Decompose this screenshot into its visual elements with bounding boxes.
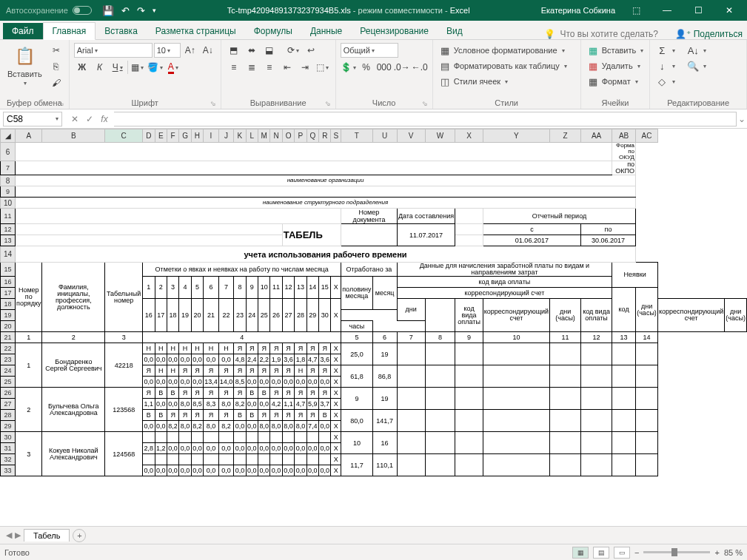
row-header[interactable]: 22 — [1, 343, 16, 354]
row-header[interactable]: 11 — [1, 209, 16, 224]
dec-decimal-button[interactable]: ←.0 — [412, 60, 428, 75]
autosum-button[interactable]: Σ▾ A↓▾ — [654, 43, 708, 58]
align-bottom-button[interactable]: ⬓ — [261, 43, 278, 58]
font-name-combo[interactable]: Arial▾ — [74, 43, 153, 58]
row-header[interactable]: 20 — [1, 321, 16, 332]
cell-styles-button[interactable]: ◫Стили ячеек▾ — [438, 74, 509, 89]
col-header[interactable]: L — [246, 129, 258, 143]
row-header[interactable]: 14 — [1, 246, 16, 263]
row-header[interactable]: 24 — [1, 365, 16, 377]
merge-button[interactable]: ⬚▾ — [315, 60, 331, 75]
worksheet-area[interactable]: ◢ A B C D E F G H I J K L M N O P Q R S … — [0, 129, 747, 526]
col-header[interactable]: X — [455, 129, 483, 143]
row-header[interactable]: 27 — [1, 399, 16, 410]
col-header[interactable]: C — [105, 129, 143, 143]
row-header[interactable]: 7 — [1, 161, 16, 175]
cancel-formula-icon[interactable]: ✕ — [68, 114, 81, 124]
col-header[interactable]: N — [270, 129, 282, 143]
align-center-button[interactable]: ≣ — [244, 60, 260, 75]
col-header[interactable]: M — [258, 129, 270, 143]
indent-inc-button[interactable]: ⇥ — [297, 60, 313, 75]
save-icon[interactable]: 💾 — [102, 5, 114, 16]
copy-button[interactable]: ⎘ — [48, 59, 64, 74]
row-header[interactable]: 28 — [1, 410, 16, 421]
delete-cells-button[interactable]: ▦Удалить▾ — [586, 58, 642, 73]
undo-icon[interactable]: ↶ — [121, 5, 130, 16]
col-header[interactable]: Q — [306, 129, 318, 143]
tab-prev-icon[interactable]: ◀ — [6, 530, 12, 540]
tab-review[interactable]: Рецензирование — [351, 23, 438, 39]
decrease-font-button[interactable]: A↓ — [200, 43, 216, 58]
col-header[interactable]: V — [397, 129, 425, 143]
tab-insert[interactable]: Вставка — [96, 23, 147, 39]
col-header[interactable]: U — [372, 129, 397, 143]
zoom-in-button[interactable]: + — [714, 548, 719, 557]
clear-button[interactable]: ◇▾ — [654, 74, 677, 89]
row-header[interactable]: 18 — [1, 299, 16, 310]
col-header[interactable]: B — [42, 129, 105, 143]
percent-button[interactable]: % — [358, 60, 375, 75]
row-header[interactable]: 21 — [1, 332, 16, 343]
close-icon[interactable]: ✕ — [714, 0, 744, 21]
align-right-button[interactable]: ≡ — [261, 60, 278, 75]
select-all-button[interactable]: ◢ — [1, 129, 16, 143]
col-header[interactable]: A — [16, 129, 42, 143]
col-header[interactable]: Y — [483, 129, 549, 143]
share-button[interactable]: 👤⁺ Поделиться — [675, 29, 743, 39]
zoom-out-button[interactable]: − — [634, 548, 639, 557]
zoom-level[interactable]: 85 % — [724, 548, 743, 557]
number-format-combo[interactable]: Общий▾ — [341, 43, 398, 58]
redo-icon[interactable]: ↷ — [137, 5, 145, 16]
underline-button[interactable]: Ч▾ — [110, 60, 126, 75]
fx-icon[interactable]: fx — [98, 114, 111, 124]
fill-button[interactable]: ↓▾ 🔍▾ — [654, 58, 708, 73]
bold-button[interactable]: Ж — [74, 60, 90, 75]
col-header[interactable]: R — [319, 129, 331, 143]
row-header[interactable]: 23 — [1, 354, 16, 365]
col-header[interactable]: S — [331, 129, 341, 143]
row-header[interactable]: 13 — [1, 235, 16, 246]
col-header[interactable]: AC — [636, 129, 658, 143]
dialog-launcher-icon[interactable]: ⬂ — [210, 100, 216, 107]
inc-decimal-button[interactable]: .0→ — [394, 60, 410, 75]
tab-formulas[interactable]: Формулы — [245, 23, 301, 39]
col-header[interactable]: P — [295, 129, 306, 143]
dialog-launcher-icon[interactable]: ⬂ — [422, 100, 428, 107]
add-sheet-button[interactable]: + — [73, 529, 86, 542]
row-header[interactable]: 15 — [1, 263, 16, 277]
border-button[interactable]: ▦▾ — [130, 60, 146, 75]
tab-layout[interactable]: Разметка страницы — [147, 23, 245, 39]
row-header[interactable]: 9 — [1, 186, 16, 198]
row-header[interactable]: 25 — [1, 377, 16, 388]
row-header[interactable]: 30 — [1, 432, 16, 443]
paste-button[interactable]: 📋 Вставить ▾ — [4, 43, 45, 88]
autosave-toggle[interactable] — [73, 6, 92, 15]
tab-home[interactable]: Главная — [43, 22, 96, 40]
worksheet-grid[interactable]: ◢ A B C D E F G H I J K L M N O P Q R S … — [0, 129, 747, 476]
col-header[interactable]: AA — [580, 129, 612, 143]
row-header[interactable]: 33 — [1, 465, 16, 476]
maximize-icon[interactable]: ☐ — [683, 0, 713, 21]
tell-me-input[interactable] — [560, 29, 671, 39]
row-header[interactable]: 12 — [1, 224, 16, 235]
cut-button[interactable]: ✂ — [48, 43, 64, 58]
col-header[interactable]: K — [234, 129, 246, 143]
row-header[interactable]: 6 — [1, 143, 16, 161]
tab-data[interactable]: Данные — [301, 23, 351, 39]
row-header[interactable]: 29 — [1, 421, 16, 432]
col-header[interactable]: H — [191, 129, 203, 143]
format-painter-button[interactable]: 🖌 — [48, 75, 64, 90]
dialog-launcher-icon[interactable]: ⬂ — [325, 100, 331, 107]
row-header[interactable]: 16 — [1, 277, 16, 288]
sheet-tab[interactable]: Табель — [24, 529, 70, 542]
align-top-button[interactable]: ⬒ — [226, 43, 242, 58]
col-header[interactable]: I — [204, 129, 219, 143]
align-left-button[interactable]: ≡ — [226, 60, 242, 75]
increase-font-button[interactable]: A↑ — [182, 43, 198, 58]
col-header[interactable]: W — [425, 129, 455, 143]
expand-formula-icon[interactable]: ⌄ — [737, 114, 747, 124]
normal-view-button[interactable]: ▦ — [572, 547, 589, 559]
currency-button[interactable]: 💲▾ — [341, 60, 357, 75]
insert-cells-button[interactable]: ▦Вставить▾ — [586, 43, 646, 58]
font-color-button[interactable]: A▾ — [165, 60, 181, 75]
